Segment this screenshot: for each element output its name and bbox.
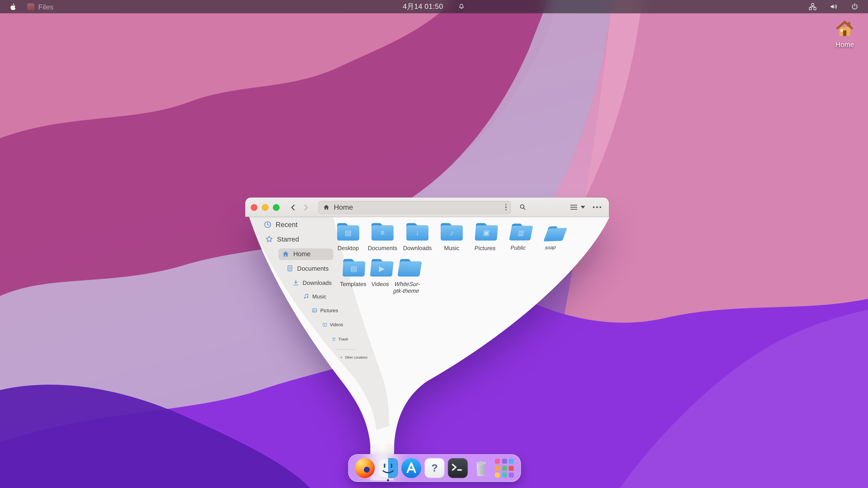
screen: Files 4月14 01:50 (0, 0, 868, 488)
folder-label: soap (534, 244, 567, 251)
home-icon (282, 250, 290, 258)
clock-icon (264, 221, 272, 229)
plus-icon (339, 356, 343, 359)
sidebar-item-label: Music (312, 293, 327, 300)
running-indicator (387, 479, 389, 482)
sidebar-item-label: Recent (276, 221, 298, 228)
app-store-icon (401, 458, 421, 478)
folder-icon (508, 223, 535, 242)
sidebar-item-label: Documents (297, 265, 329, 272)
sidebar-item-downloads[interactable]: Downloads (292, 279, 332, 286)
files-window-minimizing: Home (244, 196, 615, 484)
top-menu-bar: Files 4月14 01:50 (0, 0, 868, 13)
dock-terminal[interactable] (448, 458, 468, 478)
trash-icon (332, 337, 336, 341)
forward-button[interactable] (301, 202, 311, 212)
apple-menu-icon[interactable] (9, 2, 17, 11)
folder-music[interactable]: ♪ Music (434, 222, 469, 252)
folder-label: Downloads (400, 245, 435, 251)
sidebar-item-pictures[interactable]: Pictures (312, 307, 338, 313)
volume-icon[interactable] (829, 2, 838, 11)
path-bar[interactable]: Home (318, 201, 511, 214)
sidebar-item-starred[interactable]: Starred (265, 235, 299, 243)
folder-label: Documents (365, 245, 400, 251)
sidebar-item-documents[interactable]: Documents (286, 265, 329, 272)
folder-downloads[interactable]: ↓ Downloads (400, 222, 435, 252)
traffic-lights (251, 204, 279, 210)
dock-help[interactable]: ? (425, 458, 444, 478)
network-icon[interactable] (808, 2, 817, 11)
bell-icon[interactable] (458, 3, 465, 10)
search-icon (518, 203, 527, 212)
search-button[interactable] (515, 201, 530, 214)
sidebar-item-music[interactable]: Music (303, 293, 327, 300)
close-button[interactable] (251, 204, 257, 210)
minimize-button[interactable] (262, 204, 268, 210)
dock-files[interactable] (378, 458, 398, 478)
folder-documents[interactable]: ≡ Documents (365, 222, 400, 252)
folder-icon (405, 222, 430, 242)
app-grid-icon (495, 459, 514, 477)
terminal-icon (448, 458, 468, 478)
sidebar-item-label: Trash (338, 337, 348, 341)
window-menu-button[interactable] (593, 206, 601, 208)
sidebar-separator (336, 349, 355, 350)
folder-desktop[interactable]: ▤ Desktop (331, 222, 366, 252)
sidebar-item-other-locations[interactable]: Other Locations (339, 356, 367, 359)
window-titlebar[interactable]: Home (245, 197, 609, 217)
picture-icon (312, 307, 318, 313)
dock-app-store[interactable] (401, 458, 421, 478)
folder-label: Pictures (467, 245, 503, 251)
folder-icon (336, 222, 361, 242)
power-icon[interactable] (850, 2, 859, 11)
desktop-home-shortcut[interactable]: Home (829, 19, 861, 48)
desktop-icon-label: Home (829, 41, 861, 48)
sidebar-item-home[interactable]: Home (282, 250, 311, 258)
document-icon (286, 265, 293, 272)
folder-whitesur-gtk-theme[interactable]: WhiteSur-gtk-theme (390, 258, 428, 294)
folder-icon (473, 222, 499, 242)
sidebar-item-trash[interactable]: Trash (332, 337, 348, 341)
dock: ? (348, 454, 521, 482)
desktop: Files 4月14 01:50 (0, 0, 868, 488)
help-glyph: ? (431, 462, 438, 474)
trash-icon (472, 458, 490, 478)
dock-firefox[interactable] (355, 458, 375, 478)
download-icon (292, 279, 299, 286)
current-path-label: Home (334, 203, 353, 212)
firefox-icon (355, 458, 375, 478)
sidebar-item-label: Downloads (303, 280, 332, 286)
help-icon: ? (425, 458, 444, 478)
music-note-icon (303, 293, 309, 300)
sidebar-item-videos[interactable]: Videos (322, 322, 343, 327)
view-toggle-button[interactable] (569, 203, 585, 211)
folder-icon (439, 222, 464, 242)
sidebar-item-label: Videos (330, 322, 343, 327)
back-button[interactable] (288, 202, 298, 212)
folder-icon (396, 258, 424, 278)
folder-icon (542, 225, 569, 242)
view-caret-icon (581, 206, 585, 208)
home-folder-icon (835, 19, 855, 37)
folder-public[interactable]: ▥ Public (501, 223, 540, 251)
sidebar-item-label: Starred (277, 235, 299, 242)
active-app-menu[interactable]: Files (27, 2, 53, 11)
clock[interactable]: 4月14 01:50 (403, 2, 443, 11)
folder-pictures[interactable]: ▣ Pictures (467, 222, 505, 252)
folder-label: Desktop (331, 245, 366, 251)
list-view-icon (569, 203, 578, 211)
video-icon (322, 322, 327, 327)
sidebar-item-label: Other Locations (345, 356, 367, 359)
sidebar-item-label: Pictures (320, 308, 338, 313)
folder-label: Public (501, 244, 536, 251)
folder-icon (370, 222, 395, 242)
folder-label: Music (434, 245, 469, 251)
sidebar-item-recent[interactable]: Recent (264, 221, 298, 229)
dock-show-applications[interactable] (494, 458, 514, 478)
path-options-button[interactable] (505, 204, 506, 210)
dock-trash[interactable] (471, 458, 491, 478)
star-icon (265, 235, 273, 243)
active-app-name: Files (38, 2, 53, 11)
maximize-button[interactable] (273, 204, 279, 210)
folder-icon (341, 258, 367, 278)
